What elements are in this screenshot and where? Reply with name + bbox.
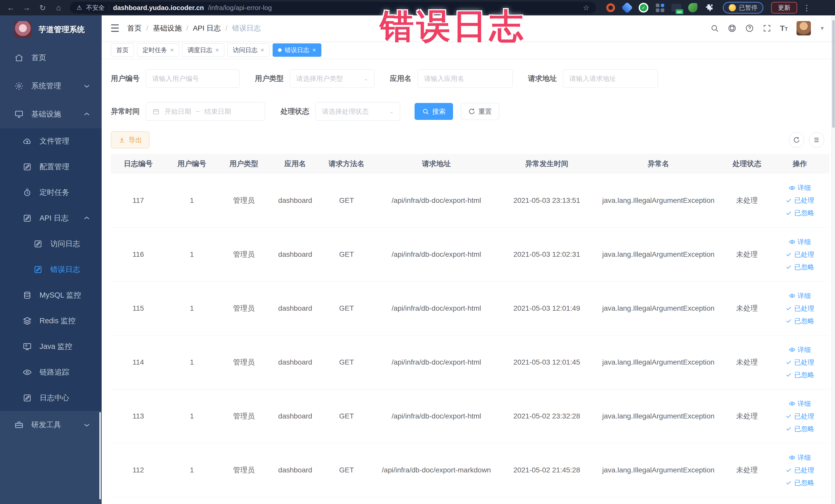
sidebar-item-java-monitor[interactable]: Java 监控 — [0, 334, 102, 360]
detail-link[interactable]: 详细 — [789, 345, 811, 354]
mark-ignored-link[interactable]: 已忽略 — [786, 317, 814, 326]
refresh-table-button[interactable] — [789, 132, 804, 148]
check-icon — [786, 413, 792, 420]
java-monitor-icon — [23, 342, 32, 351]
detail-link[interactable]: 详细 — [789, 238, 811, 246]
extension-blue-icon[interactable] — [622, 2, 632, 13]
tab-error-log[interactable]: 错误日志× — [272, 43, 321, 57]
browser-update-button[interactable]: 更新 — [771, 2, 797, 14]
breadcrumb-api-log[interactable]: API 日志 — [193, 23, 221, 33]
sidebar-item-redis-monitor[interactable]: Redis 监控 — [0, 308, 102, 334]
cell-user-id: 1 — [166, 335, 218, 389]
tab-schedule-log[interactable]: 调度日志× — [182, 43, 224, 57]
browser-home-button[interactable]: ⌂ — [51, 2, 66, 14]
sidebar-item-infra[interactable]: 基础设施 — [0, 100, 102, 128]
user-avatar[interactable] — [796, 21, 811, 36]
mark-processed-link[interactable]: 已处理 — [786, 304, 814, 313]
cell-user-type: 管理员 — [218, 281, 269, 335]
close-icon[interactable]: × — [312, 46, 316, 54]
avatar-caret-icon[interactable]: ▼ — [820, 25, 825, 31]
tab-scheduled-job[interactable]: 定时任务× — [137, 43, 179, 57]
sidebar-item-trace[interactable]: 链路追踪 — [0, 360, 102, 385]
extension-green-icon[interactable]: ✓ — [638, 2, 649, 13]
user-id-input[interactable] — [146, 69, 240, 88]
sidebar-item-config-manage[interactable]: 配置管理 — [0, 154, 102, 180]
reset-button[interactable]: 重置 — [461, 103, 499, 120]
request-url-input[interactable] — [563, 69, 658, 88]
breadcrumb-home[interactable]: 首页 — [127, 23, 142, 33]
url-host: dashboard.yudao.iocoder.cn — [113, 4, 204, 12]
mark-processed-link[interactable]: 已处理 — [786, 412, 814, 421]
mark-ignored-link[interactable]: 已忽略 — [786, 263, 814, 271]
sidebar-item-access-log[interactable]: 访问日志 — [0, 231, 102, 257]
sidebar-item-system[interactable]: 系统管理 — [0, 72, 102, 100]
sidebar-item-api-log[interactable]: API 日志 — [0, 205, 102, 231]
detail-link[interactable]: 详细 — [789, 183, 811, 192]
font-size-icon[interactable]: TT — [780, 24, 788, 33]
close-icon[interactable]: × — [216, 46, 219, 54]
profile-paused-pill[interactable]: 已暂停 — [723, 2, 763, 14]
mark-processed-link[interactable]: 已处理 — [786, 358, 814, 367]
mark-ignored-link[interactable]: 已忽略 — [786, 208, 814, 218]
mark-ignored-link[interactable]: 已忽略 — [786, 370, 814, 380]
sidebar-toggle-icon[interactable]: ☰ — [110, 22, 120, 34]
mark-processed-link[interactable]: 已处理 — [786, 196, 814, 205]
detail-link[interactable]: 详细 — [789, 291, 811, 300]
sidebar-item-dev-tools[interactable]: 研发工具 — [0, 411, 102, 439]
fullscreen-icon[interactable] — [762, 24, 771, 33]
search-button[interactable]: 搜索 — [414, 103, 453, 120]
detail-link[interactable]: 详细 — [789, 453, 811, 462]
app-name-input[interactable] — [418, 69, 513, 88]
breadcrumb-infra[interactable]: 基础设施 — [153, 23, 182, 33]
eye-icon — [789, 293, 795, 299]
cell-log-id: 112 — [111, 443, 166, 497]
cell-user-type: 管理员 — [218, 335, 269, 389]
close-icon[interactable]: × — [261, 46, 264, 54]
browser-menu-icon[interactable]: ⋮ — [803, 3, 811, 12]
cell-user-type: 管理员 — [218, 443, 269, 497]
sidebar-item-file-manage[interactable]: 文件管理 — [0, 128, 102, 154]
detail-link[interactable]: 详细 — [789, 399, 811, 408]
column-settings-button[interactable] — [809, 132, 824, 148]
close-icon[interactable]: × — [170, 46, 174, 54]
mark-processed-link[interactable]: 已处理 — [786, 250, 814, 259]
app-logo[interactable]: 芋道管理系统 — [0, 15, 102, 44]
mark-processed-link[interactable]: 已处理 — [786, 466, 814, 475]
cell-method: GET — [321, 443, 372, 497]
extension-leaf-icon[interactable] — [687, 2, 698, 13]
browser-back-button[interactable]: ← — [4, 2, 18, 14]
github-icon[interactable] — [728, 24, 736, 33]
col-log-id: 日志编号 — [111, 154, 166, 174]
sidebar-item-log-center[interactable]: 日志中心 — [0, 385, 102, 411]
help-icon[interactable] — [745, 24, 754, 33]
sidebar-item-home[interactable]: 首页 — [0, 44, 102, 72]
mark-ignored-link[interactable]: 已忽略 — [786, 424, 814, 434]
extension-proxy-icon[interactable]: on — [671, 2, 682, 13]
browser-reload-button[interactable]: ↻ — [36, 2, 50, 14]
extension-orange-icon[interactable] — [605, 2, 616, 13]
search-icon — [422, 108, 429, 115]
extensions-puzzle-icon[interactable] — [704, 2, 715, 13]
extension-grid-icon[interactable] — [655, 2, 665, 13]
cell-exception-time: 2021-05-02 23:32:28 — [501, 389, 593, 443]
tab-access-log[interactable]: 访问日志× — [227, 43, 269, 57]
security-label[interactable]: 不安全 — [86, 4, 105, 12]
exception-time-range-picker[interactable]: 开始日期 ~ 结束日期 — [146, 102, 265, 121]
sidebar-scrollbar[interactable] — [99, 412, 101, 499]
cell-app-name: dashboard — [269, 227, 321, 281]
profile-emoji-icon — [729, 4, 736, 11]
process-status-select[interactable]: 请选择处理状态 ⌄ — [315, 102, 400, 121]
mark-ignored-link[interactable]: 已忽略 — [786, 478, 814, 487]
select-caret-icon: ⌄ — [364, 76, 368, 82]
bookmark-star-icon[interactable]: ☆ — [583, 4, 589, 12]
cell-method: GET — [321, 335, 372, 389]
sidebar-item-scheduled-job[interactable]: 定时任务 — [0, 180, 102, 205]
sidebar-item-mysql-monitor[interactable]: MySQL 监控 — [0, 282, 102, 308]
export-button[interactable]: 导出 — [111, 132, 149, 148]
sidebar-item-error-log[interactable]: 错误日志 — [0, 257, 102, 282]
browser-forward-button[interactable]: → — [20, 2, 34, 14]
user-type-select[interactable]: 请选择用户类型 ⌄ — [290, 69, 374, 88]
tab-home[interactable]: 首页 — [111, 43, 134, 57]
search-icon[interactable] — [710, 24, 719, 33]
page-scrollbar[interactable] — [831, 15, 835, 504]
